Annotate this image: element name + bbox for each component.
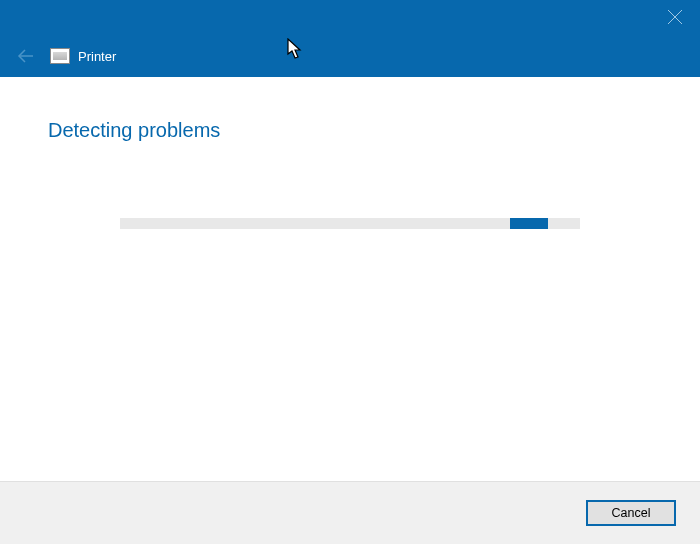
page-heading: Detecting problems [48, 119, 652, 142]
header-bar: Printer [0, 35, 700, 77]
close-button[interactable] [666, 8, 684, 26]
back-arrow-icon [16, 46, 36, 66]
close-icon [666, 8, 684, 26]
progress-container [120, 218, 580, 229]
cancel-button[interactable]: Cancel [586, 500, 676, 526]
header-title: Printer [78, 49, 116, 64]
progress-bar [120, 218, 580, 229]
footer-bar: Cancel [0, 481, 700, 544]
back-button[interactable] [16, 46, 36, 66]
progress-indicator [510, 218, 548, 229]
printer-icon [50, 48, 70, 64]
content-area: Detecting problems [0, 77, 700, 481]
titlebar [0, 0, 700, 35]
